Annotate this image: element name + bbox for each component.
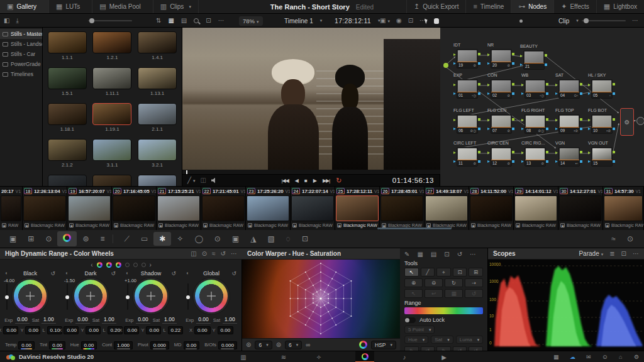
param-value[interactable]: 0.00 [184,341,200,349]
grade-preview-icon[interactable]: ◉ [396,18,402,24]
top-tab[interactable]: ▣ Gallery [0,0,49,13]
playhead[interactable] [186,170,187,174]
panel-header-icon[interactable]: ⊡ [621,250,626,257]
node-input-port-rgb[interactable] [520,55,523,57]
node[interactable]: WB 03 ▫◷ [525,79,546,99]
list-view-icon[interactable]: ▤ [181,18,187,24]
timeline-clip[interactable]: 23 17:25:26:20 V1 ▣ Blackmagic RAW [246,187,291,230]
panel-header-icon[interactable]: ↺ [457,251,462,258]
wheel-x-value[interactable]: 0.00 [64,326,79,334]
still-item[interactable]: 1.18.1 [46,103,89,139]
channel-select[interactable]: Hue▾ [404,336,428,344]
tool-button[interactable]: ↩ [425,289,443,298]
top-tab[interactable]: ▥ Clips ▾ [153,0,199,13]
page-right-icon[interactable]: › [150,262,152,268]
tool-button[interactable]: ╱ [421,268,435,277]
top-tab[interactable]: ✦ Effects [553,0,596,13]
color-wheel[interactable] [14,280,47,312]
eyedropper-icon[interactable]: ╱▾ [187,177,196,184]
still-item[interactable]: 2.1.1 [136,103,179,139]
still-item[interactable] [46,175,89,186]
node-output-gear[interactable]: ⚙ [620,108,634,136]
node[interactable]: VGN OUT 15 [591,147,613,167]
viewer-timeline-select[interactable]: Timeline 1▾ [284,14,322,28]
node-view-dot[interactable] [519,19,523,23]
color-wheel[interactable] [74,280,107,312]
auto-lock-toggle[interactable] [404,317,416,323]
node-input-port-rgb[interactable] [453,84,456,86]
tool-button[interactable]: ⊖ [425,278,443,287]
sort-icon[interactable]: ⇅ [156,18,161,24]
exp-value[interactable]: 0.00 [196,316,211,324]
wheel-page-dot[interactable] [125,263,130,267]
status-icon[interactable]: ⊙ [602,354,608,360]
search-icon[interactable] [194,18,199,23]
palette-icon[interactable]: ◯ [189,232,208,246]
half-moon-icon[interactable]: ◐ [186,270,189,276]
node-input-port-alpha[interactable] [487,160,490,163]
still-item[interactable]: 1.11.1 [91,67,134,103]
panel-header-icon[interactable]: ⊡ [444,251,449,258]
node-zoom-slider[interactable] [582,20,626,21]
wheel-l-value[interactable]: 0.22 [168,326,183,334]
param-value[interactable]: 1.000 [114,341,133,349]
panel-header-icon[interactable]: ≈ [212,250,216,257]
node-input-port-alpha[interactable] [555,92,558,95]
loop-button[interactable]: ↻ [336,177,341,185]
page-button[interactable]: ♪ [395,351,414,362]
page-button[interactable]: ✧ [309,351,328,362]
wheel-reset-icon[interactable]: ↺ [50,270,55,277]
node-input-port-rgb[interactable] [487,151,490,154]
still-item[interactable]: 1.13.1 [136,67,179,103]
wheel-reset-icon[interactable]: ↺ [111,270,116,277]
page-button[interactable]: ≋ [274,351,293,362]
wheel-y-value[interactable]: 0.00 [146,326,161,334]
still-item[interactable]: 1.1.1 [46,31,89,67]
node-input-port-rgb[interactable] [555,84,558,86]
timeline-clip[interactable]: 20:17 V1 ▣ RAW [0,187,23,230]
node[interactable]: CIRC RIG... 13 ⊘ [525,147,546,167]
speaker-icon[interactable] [211,178,217,184]
node[interactable]: FLG LEFT 06 ⊘◷ [457,114,478,134]
timeline-clip[interactable]: 20 17:16:45:05 V1 ▣ Blackmagic RAW [112,187,157,230]
timeline-clip[interactable]: 22 17:21:45:01 V1 ▣ Blackmagic RAW [201,187,246,230]
node[interactable]: CIRC LEFT 11 ⊘ [457,147,478,167]
palette-icon[interactable]: ⊞ [22,232,40,246]
node-input-port-alpha[interactable] [588,92,591,95]
status-icon[interactable]: ☁ [570,354,575,360]
half-moon-icon[interactable]: ◐ [126,270,129,276]
gallery-zoom-select[interactable]: 78%▾ [239,16,263,26]
still-item[interactable]: 3.2.1 [136,139,179,175]
palette-icon[interactable]: ✱ [153,232,171,246]
tool-button[interactable]: ↻ [445,278,463,287]
wheel-y-value[interactable]: 0.00 [25,326,40,334]
range-gradient-bar[interactable] [404,307,483,314]
node-input-port-alpha[interactable] [555,160,558,163]
node[interactable]: BEAUTY 21 [523,50,545,70]
hand-tool-icon[interactable] [434,18,439,24]
wheel-page-dot[interactable] [116,262,121,268]
half-moon-icon[interactable]: ◐ [65,270,69,276]
node[interactable]: FLG RIGHT 08 ⊘◷ [525,114,546,134]
param-value[interactable]: 0.000 [150,341,169,349]
palette-icon[interactable]: ⟋ [119,232,135,246]
node-input-port-rgb[interactable] [453,119,456,121]
wheel-x-value[interactable]: 0.00 [124,326,139,334]
status-icon[interactable]: ⚙ [634,354,639,360]
node-input-port-alpha[interactable] [453,92,456,95]
exp-value[interactable]: 0.00 [75,316,90,324]
scope-mode-select[interactable]: Parade▾ [579,250,603,257]
node-input-port-rgb[interactable] [588,151,591,154]
param-value[interactable]: 0.000 [218,341,237,349]
timeline-clip[interactable]: 21 17:15:25:21 V1 ▣ Blackmagic RAW [157,187,201,230]
exp-value[interactable]: 0.00 [136,316,150,324]
goto-start-button[interactable]: |◀◀ [281,178,288,184]
tool-button[interactable]: ↺ [465,289,483,298]
node[interactable]: CIRC CEN 12 ⊘ [491,147,512,167]
page-button[interactable] [355,351,374,362]
tool-button[interactable]: ⊕ [404,278,423,287]
node[interactable]: FLG BOT 10 ▪⊘ [591,114,613,134]
sat-value[interactable]: 1.00 [162,316,177,324]
timeline-clip[interactable]: 30 14:12:27:01 V1 ▣ Blackmagic RAW [558,187,603,230]
grid-view-icon[interactable]: ▦ [168,18,174,24]
